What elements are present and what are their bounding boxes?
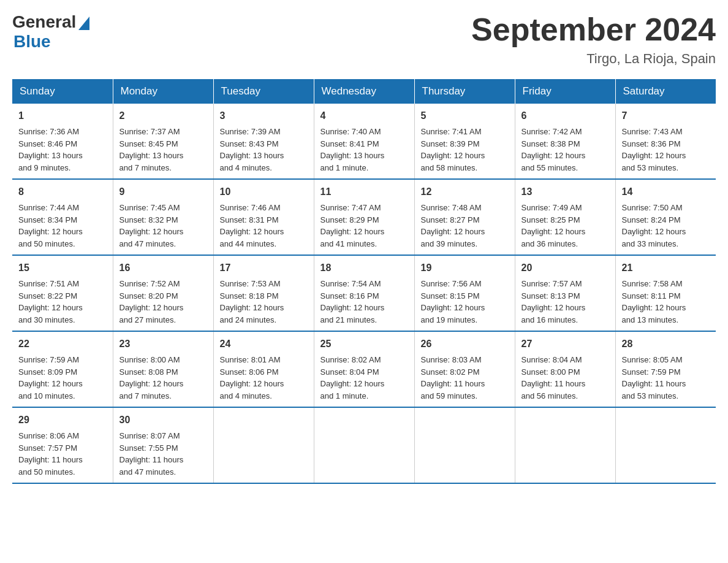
day-number: 8	[18, 185, 107, 199]
week-row-4: 22Sunrise: 7:59 AMSunset: 8:09 PMDayligh…	[12, 331, 716, 407]
day-info: Sunrise: 7:56 AMSunset: 8:15 PMDaylight:…	[421, 278, 509, 326]
logo-general-text: General	[12, 12, 76, 32]
day-info: Sunrise: 8:06 AMSunset: 7:57 PMDaylight:…	[18, 430, 107, 478]
logo: General Blue	[12, 12, 89, 52]
day-info: Sunrise: 7:50 AMSunset: 8:24 PMDaylight:…	[622, 202, 710, 250]
header-tuesday: Tuesday	[213, 79, 314, 104]
calendar-cell: 10Sunrise: 7:46 AMSunset: 8:31 PMDayligh…	[213, 179, 314, 255]
day-number: 15	[18, 261, 107, 275]
day-info: Sunrise: 7:47 AMSunset: 8:29 PMDaylight:…	[320, 202, 408, 250]
calendar-table: SundayMondayTuesdayWednesdayThursdayFrid…	[12, 79, 716, 484]
day-number: 11	[320, 185, 408, 199]
calendar-cell	[414, 407, 515, 483]
day-number: 18	[320, 261, 408, 275]
day-number: 13	[521, 185, 609, 199]
calendar-cell: 1Sunrise: 7:36 AMSunset: 8:46 PMDaylight…	[12, 104, 113, 179]
calendar-cell: 12Sunrise: 7:48 AMSunset: 8:27 PMDayligh…	[414, 179, 515, 255]
calendar-cell: 5Sunrise: 7:41 AMSunset: 8:39 PMDaylight…	[414, 104, 515, 179]
week-row-1: 1Sunrise: 7:36 AMSunset: 8:46 PMDaylight…	[12, 104, 716, 179]
logo-triangle-icon	[78, 17, 89, 30]
day-number: 25	[320, 337, 408, 351]
day-info: Sunrise: 7:52 AMSunset: 8:20 PMDaylight:…	[119, 278, 207, 326]
calendar-cell: 25Sunrise: 8:02 AMSunset: 8:04 PMDayligh…	[314, 331, 414, 407]
calendar-cell: 7Sunrise: 7:43 AMSunset: 8:36 PMDaylight…	[615, 104, 716, 179]
calendar-cell: 18Sunrise: 7:54 AMSunset: 8:16 PMDayligh…	[314, 255, 414, 331]
calendar-cell: 9Sunrise: 7:45 AMSunset: 8:32 PMDaylight…	[113, 179, 213, 255]
calendar-cell: 23Sunrise: 8:00 AMSunset: 8:08 PMDayligh…	[113, 331, 213, 407]
day-info: Sunrise: 7:45 AMSunset: 8:32 PMDaylight:…	[119, 202, 207, 250]
day-info: Sunrise: 7:41 AMSunset: 8:39 PMDaylight:…	[421, 126, 509, 174]
day-info: Sunrise: 7:58 AMSunset: 8:11 PMDaylight:…	[622, 278, 710, 326]
calendar-body: 1Sunrise: 7:36 AMSunset: 8:46 PMDaylight…	[12, 104, 716, 483]
calendar-cell: 2Sunrise: 7:37 AMSunset: 8:45 PMDaylight…	[113, 104, 213, 179]
day-info: Sunrise: 8:02 AMSunset: 8:04 PMDaylight:…	[320, 354, 408, 402]
day-number: 4	[320, 109, 408, 123]
title-section: September 2024 Tirgo, La Rioja, Spain	[471, 12, 716, 67]
day-info: Sunrise: 7:43 AMSunset: 8:36 PMDaylight:…	[622, 126, 710, 174]
day-info: Sunrise: 7:37 AMSunset: 8:45 PMDaylight:…	[119, 126, 207, 174]
day-number: 5	[421, 109, 509, 123]
day-number: 23	[119, 337, 207, 351]
calendar-cell: 13Sunrise: 7:49 AMSunset: 8:25 PMDayligh…	[515, 179, 615, 255]
day-number: 16	[119, 261, 207, 275]
day-info: Sunrise: 7:39 AMSunset: 8:43 PMDaylight:…	[220, 126, 308, 174]
week-row-3: 15Sunrise: 7:51 AMSunset: 8:22 PMDayligh…	[12, 255, 716, 331]
day-info: Sunrise: 7:46 AMSunset: 8:31 PMDaylight:…	[220, 202, 308, 250]
day-info: Sunrise: 7:57 AMSunset: 8:13 PMDaylight:…	[521, 278, 609, 326]
day-number: 28	[622, 337, 710, 351]
day-info: Sunrise: 7:49 AMSunset: 8:25 PMDaylight:…	[521, 202, 609, 250]
day-number: 2	[119, 109, 207, 123]
calendar-cell: 28Sunrise: 8:05 AMSunset: 7:59 PMDayligh…	[615, 331, 716, 407]
header-wednesday: Wednesday	[314, 79, 414, 104]
calendar-cell: 3Sunrise: 7:39 AMSunset: 8:43 PMDaylight…	[213, 104, 314, 179]
calendar-cell: 8Sunrise: 7:44 AMSunset: 8:34 PMDaylight…	[12, 179, 113, 255]
day-info: Sunrise: 7:40 AMSunset: 8:41 PMDaylight:…	[320, 126, 408, 174]
day-number: 3	[220, 109, 308, 123]
day-info: Sunrise: 8:00 AMSunset: 8:08 PMDaylight:…	[119, 354, 207, 402]
day-info: Sunrise: 7:44 AMSunset: 8:34 PMDaylight:…	[18, 202, 107, 250]
week-row-5: 29Sunrise: 8:06 AMSunset: 7:57 PMDayligh…	[12, 407, 716, 483]
day-info: Sunrise: 8:05 AMSunset: 7:59 PMDaylight:…	[622, 354, 710, 402]
day-number: 17	[220, 261, 308, 275]
day-number: 20	[521, 261, 609, 275]
calendar-title: September 2024	[471, 12, 716, 47]
header-thursday: Thursday	[414, 79, 515, 104]
logo-blue-text: Blue	[13, 32, 89, 52]
header-monday: Monday	[113, 79, 213, 104]
calendar-cell	[314, 407, 414, 483]
header-sunday: Sunday	[12, 79, 113, 104]
day-info: Sunrise: 8:01 AMSunset: 8:06 PMDaylight:…	[220, 354, 308, 402]
calendar-subtitle: Tirgo, La Rioja, Spain	[471, 51, 716, 67]
day-info: Sunrise: 7:53 AMSunset: 8:18 PMDaylight:…	[220, 278, 308, 326]
day-number: 26	[421, 337, 509, 351]
calendar-cell: 21Sunrise: 7:58 AMSunset: 8:11 PMDayligh…	[615, 255, 716, 331]
day-info: Sunrise: 7:36 AMSunset: 8:46 PMDaylight:…	[18, 126, 107, 174]
calendar-cell	[213, 407, 314, 483]
day-number: 29	[18, 413, 107, 427]
calendar-cell: 17Sunrise: 7:53 AMSunset: 8:18 PMDayligh…	[213, 255, 314, 331]
day-info: Sunrise: 7:42 AMSunset: 8:38 PMDaylight:…	[521, 126, 609, 174]
week-row-2: 8Sunrise: 7:44 AMSunset: 8:34 PMDaylight…	[12, 179, 716, 255]
day-number: 12	[421, 185, 509, 199]
day-info: Sunrise: 7:59 AMSunset: 8:09 PMDaylight:…	[18, 354, 107, 402]
day-info: Sunrise: 8:07 AMSunset: 7:55 PMDaylight:…	[119, 430, 207, 478]
day-number: 30	[119, 413, 207, 427]
day-number: 10	[220, 185, 308, 199]
calendar-cell: 24Sunrise: 8:01 AMSunset: 8:06 PMDayligh…	[213, 331, 314, 407]
calendar-cell: 19Sunrise: 7:56 AMSunset: 8:15 PMDayligh…	[414, 255, 515, 331]
calendar-cell: 4Sunrise: 7:40 AMSunset: 8:41 PMDaylight…	[314, 104, 414, 179]
calendar-header: SundayMondayTuesdayWednesdayThursdayFrid…	[12, 79, 716, 104]
calendar-cell: 11Sunrise: 7:47 AMSunset: 8:29 PMDayligh…	[314, 179, 414, 255]
day-number: 27	[521, 337, 609, 351]
calendar-cell: 30Sunrise: 8:07 AMSunset: 7:55 PMDayligh…	[113, 407, 213, 483]
day-info: Sunrise: 7:54 AMSunset: 8:16 PMDaylight:…	[320, 278, 408, 326]
calendar-cell: 15Sunrise: 7:51 AMSunset: 8:22 PMDayligh…	[12, 255, 113, 331]
calendar-cell: 22Sunrise: 7:59 AMSunset: 8:09 PMDayligh…	[12, 331, 113, 407]
calendar-cell: 27Sunrise: 8:04 AMSunset: 8:00 PMDayligh…	[515, 331, 615, 407]
day-number: 6	[521, 109, 609, 123]
day-number: 21	[622, 261, 710, 275]
day-info: Sunrise: 7:51 AMSunset: 8:22 PMDaylight:…	[18, 278, 107, 326]
day-number: 9	[119, 185, 207, 199]
header-row: SundayMondayTuesdayWednesdayThursdayFrid…	[12, 79, 716, 104]
day-number: 24	[220, 337, 308, 351]
